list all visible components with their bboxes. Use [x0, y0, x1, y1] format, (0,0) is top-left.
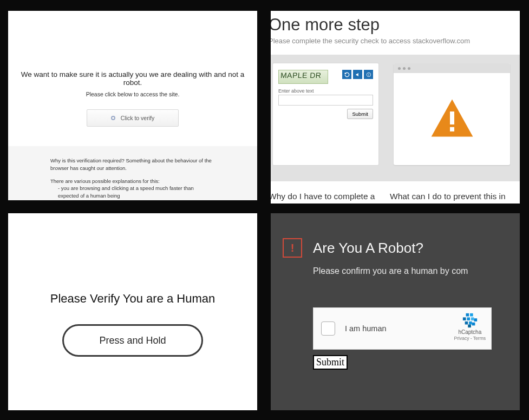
press-and-hold-button[interactable]: Press and Hold — [62, 324, 203, 357]
reason-item: something is preventing Javascript from … — [58, 200, 215, 200]
panel-d-sub: Please confirm you are a human by com — [313, 266, 520, 276]
svg-rect-13 — [469, 321, 472, 325]
browser-titlebar — [394, 63, 510, 73]
panel-b-hero: One more step Please complete the securi… — [271, 11, 520, 45]
hcaptcha-panel: ! Are You A Robot? Please confirm you ar… — [271, 213, 520, 410]
svg-rect-8 — [463, 317, 466, 320]
panel-a-explain: Why is this verification required? Somet… — [8, 146, 257, 200]
explain-lead: Why is this verification required? Somet… — [50, 157, 215, 172]
svg-rect-6 — [466, 313, 469, 317]
captcha-row: MAPLE DR — [278, 70, 373, 84]
captcha-card: MAPLE DR Enter above text Submit — [273, 63, 378, 165]
svg-rect-5 — [450, 127, 454, 132]
captcha-input[interactable] — [278, 95, 373, 106]
hcaptcha-brand-name: hCaptcha — [458, 329, 481, 335]
svg-rect-9 — [467, 317, 470, 320]
svg-rect-2 — [368, 73, 369, 74]
hcaptcha-widget: I am human hCaptcha Privacy - Terms — [313, 307, 492, 350]
browser-body — [394, 73, 510, 165]
cloudflare-panel: One more step Please complete the securi… — [271, 11, 520, 204]
panel-a-headline: We want to make sure it is actually you … — [14, 70, 252, 87]
captcha-controls — [342, 70, 373, 79]
panel-b-questions: Why do I have to complete a CAPTCHA? Wha… — [271, 191, 520, 204]
hcaptcha-logo-icon — [462, 312, 478, 329]
svg-rect-11 — [474, 318, 477, 321]
window-dot — [403, 67, 406, 70]
explain-reasons: you are browsing and clicking at a speed… — [50, 185, 215, 200]
window-dot — [398, 67, 401, 70]
panel-a-top: We want to make sure it is actually you … — [8, 11, 257, 146]
panel-b-band: MAPLE DR Enter above text Submit — [271, 55, 520, 181]
window-dot — [408, 67, 410, 70]
panel-d-top: ! Are You A Robot? — [283, 238, 520, 258]
hold-button-label: Press and Hold — [99, 335, 166, 346]
svg-rect-4 — [450, 111, 454, 124]
panel-b-subtitle: Please complete the security check to ac… — [271, 37, 520, 45]
spinner-icon — [111, 116, 115, 120]
svg-rect-12 — [465, 321, 468, 325]
captcha-image-text: MAPLE DR — [280, 71, 322, 80]
panel-d-submit-button[interactable]: Submit — [313, 355, 348, 370]
panel-c-heading: Please Verify You are a Human — [50, 292, 215, 306]
svg-rect-1 — [368, 74, 369, 76]
question-prevent: What can I do to prevent this in the fut… — [390, 191, 509, 204]
browser-mock — [394, 63, 510, 165]
captcha-input-label: Enter above text — [278, 88, 373, 94]
info-icon[interactable] — [364, 70, 373, 79]
panel-a-sub: Please click below to access the site. — [14, 91, 252, 97]
audio-icon[interactable] — [353, 70, 362, 79]
hcaptcha-brand: hCaptcha Privacy - Terms — [454, 312, 486, 341]
panel-d-heading: Are You A Robot? — [313, 240, 423, 257]
svg-rect-7 — [470, 313, 473, 317]
verify-button-label: Click to verify — [121, 115, 154, 121]
svg-rect-15 — [468, 325, 471, 328]
hcaptcha-label: I am human — [345, 324, 387, 333]
captcha-image: MAPLE DR — [278, 70, 328, 84]
question-why-captcha: Why do I have to complete a CAPTCHA? — [271, 191, 377, 204]
alert-icon: ! — [283, 238, 302, 258]
panel-b-title: One more step — [271, 15, 520, 35]
explain-intro: There are various possible explanations … — [50, 178, 215, 185]
panel-c-faint — [132, 236, 133, 242]
refresh-icon[interactable] — [342, 70, 351, 79]
click-to-verify-button[interactable]: Click to verify — [87, 109, 179, 127]
captcha-submit-button[interactable]: Submit — [347, 109, 373, 119]
hcaptcha-privacy-terms[interactable]: Privacy - Terms — [454, 336, 486, 341]
hcaptcha-checkbox[interactable] — [321, 321, 335, 336]
warning-icon — [430, 99, 474, 140]
press-hold-panel: Please Verify You are a Human Press and … — [8, 213, 257, 410]
svg-rect-10 — [471, 317, 474, 320]
reason-item: you are browsing and clicking at a speed… — [58, 185, 215, 200]
svg-rect-14 — [472, 323, 475, 326]
verify-panel-click: We want to make sure it is actually you … — [8, 11, 257, 200]
